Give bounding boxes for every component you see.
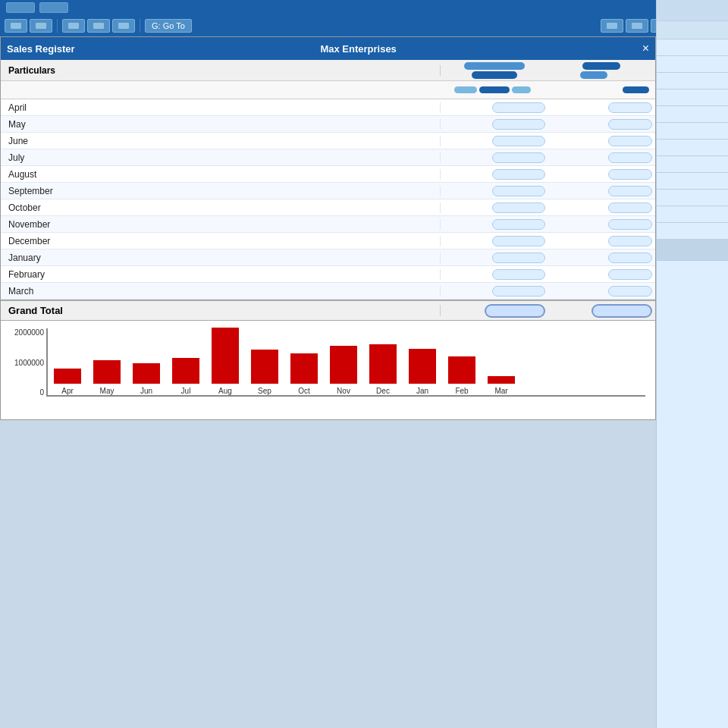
cell-val2 <box>548 186 656 196</box>
cell-val1 <box>441 152 548 163</box>
bar-group: Feb <box>446 356 478 395</box>
cell-val1 <box>441 119 548 130</box>
cell-val1 <box>441 186 548 196</box>
bar-group: Aug <box>209 328 241 395</box>
os-btn-2[interactable] <box>39 2 68 13</box>
value-pill-2 <box>608 202 652 213</box>
toolbar-btn-r2[interactable] <box>626 19 648 33</box>
cell-val1 <box>441 286 548 297</box>
bar <box>290 353 318 384</box>
bar <box>133 363 160 384</box>
table-row: July <box>1 149 655 166</box>
bar-group: Mar <box>485 376 517 395</box>
toolbar-btn-4[interactable] <box>87 19 110 33</box>
month-name: April <box>1 102 441 113</box>
month-name: October <box>1 202 441 213</box>
value-pill-2 <box>608 119 652 130</box>
month-name: December <box>1 236 441 246</box>
toolbar-group-2 <box>62 19 135 33</box>
cell-val2 <box>548 253 656 263</box>
cell-val2 <box>548 236 656 246</box>
cell-val2 <box>548 269 656 280</box>
toolbar-btn-3[interactable] <box>62 19 85 33</box>
right-panel-row <box>657 106 728 123</box>
toolbar-sep-2 <box>140 19 140 33</box>
right-panel-row <box>657 89 728 106</box>
column-header-row: Particulars <box>1 60 655 81</box>
cell-val1 <box>441 102 548 113</box>
bar <box>212 328 239 384</box>
bar-group: Nov <box>328 346 359 395</box>
cell-val1 <box>441 169 548 180</box>
right-panel-row <box>657 123 728 140</box>
toolbar-group-1 <box>5 19 52 33</box>
toolbar-sep-1 <box>57 19 58 33</box>
bar-group: Dec <box>367 344 399 395</box>
month-name: September <box>1 186 441 196</box>
table-row: April <box>1 99 655 116</box>
month-name: January <box>1 253 441 263</box>
cell-val1 <box>441 219 548 230</box>
month-name: July <box>1 152 441 163</box>
value-pill-2 <box>608 136 652 146</box>
bar-label: Oct <box>298 387 310 395</box>
table-row: May <box>1 116 655 133</box>
bar-label: Dec <box>376 387 390 395</box>
bar-label: Feb <box>455 387 468 395</box>
window-title-left: Sales Register <box>7 43 75 55</box>
bar-label: Mar <box>494 387 507 395</box>
right-panel-row <box>657 140 728 156</box>
y-label-2000000: 2000000 <box>5 328 44 337</box>
toolbar-btn-5[interactable] <box>112 19 135 33</box>
sub-values <box>441 86 655 93</box>
value-pill-1 <box>492 236 545 246</box>
bar <box>54 369 81 384</box>
right-panel-row <box>657 56 728 73</box>
month-name: June <box>1 136 441 146</box>
value-pill-2 <box>608 102 652 113</box>
right-panel-row <box>657 39 728 56</box>
y-label-1000000: 1000000 <box>5 359 44 367</box>
cell-val2 <box>548 119 656 130</box>
goto-button[interactable]: G: Go To <box>145 19 192 33</box>
value-pill-1 <box>492 169 545 180</box>
bar <box>488 376 515 384</box>
cell-val2 <box>548 286 656 297</box>
y-label-0: 0 <box>5 388 44 397</box>
toolbar-btn-2[interactable] <box>30 19 52 33</box>
right-panel-row <box>657 206 728 223</box>
value-pill-2 <box>608 286 652 297</box>
bar <box>172 358 199 384</box>
month-name: March <box>1 286 441 297</box>
cell-val2 <box>548 219 656 230</box>
right-panel <box>656 0 728 728</box>
table-row: October <box>1 199 655 216</box>
right-panel-row <box>657 156 728 173</box>
grand-pill-2 <box>592 304 652 318</box>
toolbar-btn-1[interactable] <box>5 19 27 33</box>
table-row: June <box>1 133 655 149</box>
value-pill-2 <box>608 269 652 280</box>
toolbar-btn-r1[interactable] <box>601 19 623 33</box>
value-pill-2 <box>608 169 652 180</box>
col1-header <box>441 62 548 79</box>
bar <box>330 346 357 384</box>
bar-group: May <box>91 360 123 395</box>
value-pill-1 <box>492 202 545 213</box>
cell-val2 <box>548 202 656 213</box>
value-pill-1 <box>492 219 545 230</box>
table-row: February <box>1 266 655 283</box>
value-pill-1 <box>492 152 545 163</box>
cell-val2 <box>548 102 656 113</box>
cell-val2 <box>548 136 656 146</box>
bar <box>369 344 397 384</box>
table-row: January <box>1 249 655 266</box>
value-pill-1 <box>492 286 545 297</box>
grand-total-label: Grand Total <box>1 305 441 316</box>
sales-register-window: Sales Register Max Enterprises × Particu… <box>0 36 656 420</box>
right-panel-row <box>657 223 728 240</box>
os-btn-1[interactable] <box>6 2 35 13</box>
bar-label: Jul <box>181 387 191 395</box>
window-title-center: Max Enterprises <box>320 43 396 55</box>
window-close-button[interactable]: × <box>642 42 649 55</box>
